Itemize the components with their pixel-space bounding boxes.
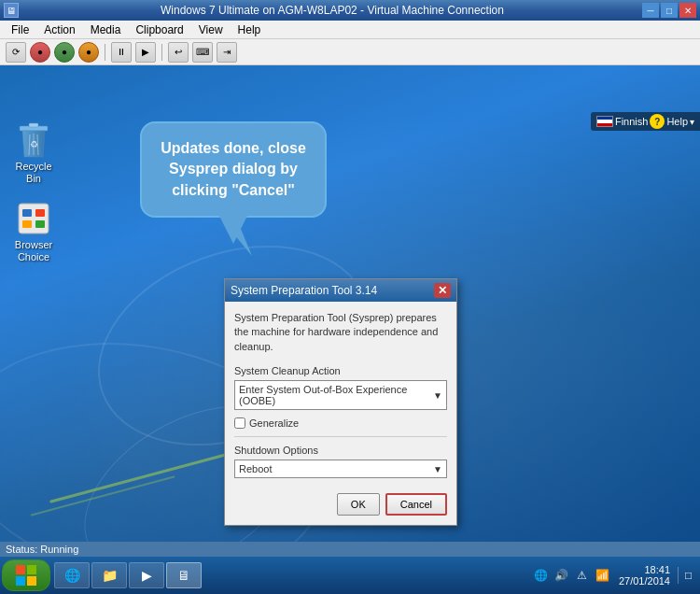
- title-icon: 🖥: [4, 3, 19, 18]
- status-bar: Status: Running: [0, 542, 700, 557]
- browser-choice-label: Browser Choice: [7, 239, 60, 263]
- start-button[interactable]: [2, 559, 50, 591]
- help-dropdown-arrow[interactable]: ▾: [690, 117, 694, 127]
- svg-rect-15: [27, 576, 36, 586]
- toolbar-pause[interactable]: ⏸: [111, 42, 132, 63]
- systray-network[interactable]: 🌐: [533, 567, 550, 584]
- taskbar-explorer[interactable]: 📁: [91, 562, 127, 588]
- vm-frame: 🖥 Windows 7 Ultimate on AGM-W8LAP02 - Vi…: [0, 0, 700, 594]
- ok-button[interactable]: OK: [337, 493, 380, 516]
- help-label[interactable]: Help: [666, 116, 688, 127]
- svg-rect-7: [22, 209, 32, 217]
- explorer-icon: 📁: [100, 566, 119, 585]
- svg-rect-12: [16, 565, 25, 574]
- toolbar-sep-1: [105, 44, 105, 61]
- dialog-description: System Preparation Tool (Sysprep) prepar…: [234, 311, 447, 354]
- cleanup-dropdown[interactable]: Enter System Out-of-Box Experience (OOBE…: [234, 380, 447, 410]
- svg-rect-14: [16, 576, 25, 586]
- clock-area[interactable]: 18:41 27/01/2014: [615, 564, 674, 587]
- shutdown-arrow: ▼: [433, 464, 442, 474]
- cleanup-arrow: ▼: [433, 390, 442, 401]
- dialog-body: System Preparation Tool (Sysprep) prepar…: [225, 302, 456, 525]
- recycle-bin-icon[interactable]: ♻ Recycle Bin: [4, 118, 63, 189]
- taskbar-ie[interactable]: 🌐: [54, 562, 90, 588]
- taskbar-vm[interactable]: 🖥: [166, 562, 202, 588]
- generalize-checkbox[interactable]: [234, 417, 245, 429]
- browser-choice-icon[interactable]: Browser Choice: [4, 196, 63, 267]
- browser-choice-image: [15, 200, 52, 237]
- dialog-close-button[interactable]: ✕: [434, 283, 451, 298]
- status-text: Status: Running: [6, 544, 78, 555]
- sysprep-dialog: System Preparation Tool 3.14 ✕ System Pr…: [224, 278, 457, 526]
- taskbar: 🌐 📁 ▶ 🖥 🌐 🔊 ⚠ 📶 18:41 27/01/2014 □: [0, 557, 700, 594]
- recycle-bin-label: Recycle Bin: [7, 161, 60, 185]
- clock-date: 27/01/2014: [619, 575, 670, 587]
- menu-action[interactable]: Action: [36, 21, 82, 38]
- toolbar-btn-4[interactable]: ●: [78, 42, 99, 63]
- menu-view[interactable]: View: [191, 21, 231, 38]
- toolbar-ctrl-alt-del[interactable]: ⌨: [192, 42, 213, 63]
- systray-network2[interactable]: 📶: [595, 567, 611, 584]
- toolbar-sep-2: [161, 44, 162, 61]
- title-text: Windows 7 Ultimate on AGM-W8LAP02 - Virt…: [22, 4, 642, 17]
- systray-sound[interactable]: 🔊: [553, 567, 570, 584]
- taskbar-media[interactable]: ▶: [129, 562, 164, 588]
- flag-icon: [596, 116, 613, 127]
- dialog-title: System Preparation Tool 3.14: [231, 284, 377, 297]
- maximize-button[interactable]: □: [661, 3, 678, 18]
- vm-icon: 🖥: [175, 566, 193, 585]
- window-controls: ─ □ ✕: [642, 3, 696, 18]
- shutdown-dropdown[interactable]: Reboot ▼: [234, 460, 447, 478]
- svg-rect-6: [19, 204, 49, 233]
- menu-clipboard[interactable]: Clipboard: [128, 21, 190, 38]
- minimize-button[interactable]: ─: [642, 3, 659, 18]
- generalize-label: Generalize: [249, 417, 299, 429]
- divider: [234, 436, 447, 437]
- tooltip-text: Updates done, close Sysprep dialog by cl…: [161, 140, 306, 198]
- toolbar-btn-1[interactable]: ⟳: [6, 42, 26, 63]
- svg-rect-8: [35, 209, 45, 217]
- shutdown-section-label: Shutdown Options: [234, 445, 447, 456]
- svg-rect-1: [29, 123, 38, 127]
- menu-help[interactable]: Help: [231, 21, 269, 38]
- svg-rect-9: [22, 220, 32, 228]
- toolbar-btn-2[interactable]: ●: [30, 42, 50, 63]
- shutdown-value: Reboot: [239, 463, 272, 474]
- svg-rect-10: [35, 220, 45, 228]
- cancel-button[interactable]: Cancel: [385, 493, 447, 516]
- toolbar: ⟳ ● ● ● ⏸ ▶ ↩ ⌨ ⇥: [0, 39, 700, 65]
- close-button[interactable]: ✕: [679, 3, 696, 18]
- systray-warning[interactable]: ⚠: [574, 567, 591, 584]
- ie-icon: 🌐: [63, 566, 81, 585]
- tooltip-bubble: Updates done, close Sysprep dialog by cl…: [140, 121, 327, 218]
- show-desktop[interactable]: □: [678, 567, 694, 584]
- windows-logo: [15, 564, 37, 587]
- clock-time: 18:41: [644, 564, 670, 575]
- menu-file[interactable]: File: [4, 21, 36, 38]
- svg-marker-11: [215, 211, 252, 256]
- cleanup-value: Enter System Out-of-Box Experience (OOBE…: [239, 384, 433, 406]
- generalize-row: Generalize: [234, 417, 447, 429]
- svg-rect-13: [27, 565, 36, 574]
- menu-bar: File Action Media Clipboard View Help: [0, 21, 700, 39]
- dialog-buttons: OK Cancel: [234, 488, 447, 516]
- svg-text:♻: ♻: [30, 139, 38, 149]
- cleanup-section-label: System Cleanup Action: [234, 365, 447, 376]
- taskbar-right: 🌐 🔊 ⚠ 📶 18:41 27/01/2014 □: [533, 564, 698, 587]
- recycle-bin-image: ♻: [15, 121, 52, 159]
- toolbar-btn-3[interactable]: ●: [54, 42, 75, 63]
- language-label: Finnish: [615, 116, 648, 127]
- desktop: Finnish ? Help ▾ ♻: [0, 65, 700, 560]
- menu-media[interactable]: Media: [83, 21, 129, 38]
- help-button[interactable]: ?: [650, 114, 665, 129]
- toolbar-back[interactable]: ↩: [168, 42, 189, 63]
- toolbar-extra[interactable]: ⇥: [217, 42, 237, 63]
- dialog-titlebar: System Preparation Tool 3.14 ✕: [225, 279, 456, 302]
- toolbar-play[interactable]: ▶: [135, 42, 156, 63]
- title-bar: 🖥 Windows 7 Ultimate on AGM-W8LAP02 - Vi…: [0, 0, 700, 21]
- help-bar: Finnish ? Help ▾: [591, 112, 700, 131]
- media-icon: ▶: [137, 566, 156, 585]
